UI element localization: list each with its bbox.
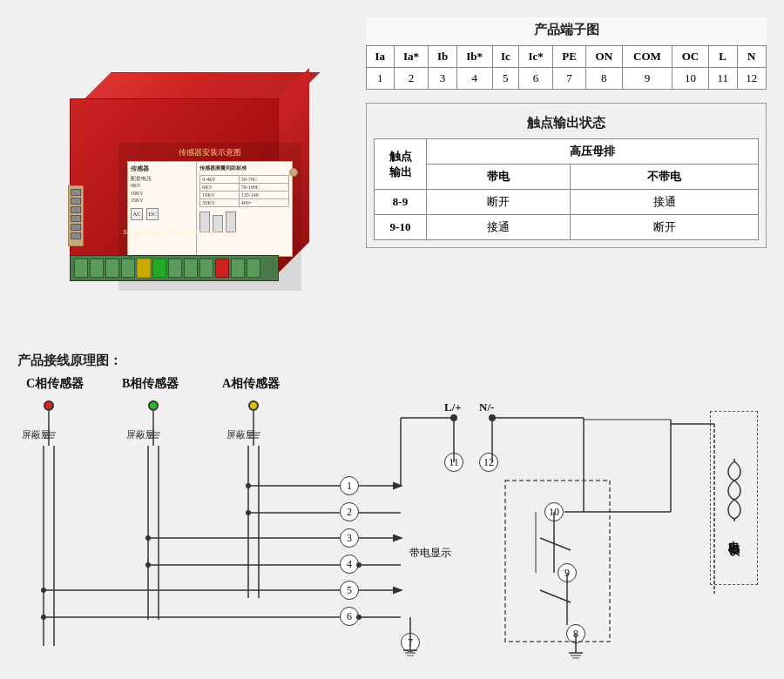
connector-pin bbox=[71, 224, 81, 231]
td-11: 11 bbox=[708, 68, 737, 90]
terminal-diagram-title: 产品端子图 bbox=[366, 17, 767, 45]
contact-output-section: 触点输出状态 触点输出 高压母排 带电 不带电 8-9 断开 bbox=[366, 103, 767, 248]
terminal-strip bbox=[70, 255, 279, 281]
terminal-block bbox=[121, 259, 135, 278]
th-n: N bbox=[737, 46, 766, 68]
terminal-block bbox=[247, 259, 260, 278]
brand-text: Shanghai Juren Power Technology Co.,Ltd bbox=[123, 229, 239, 235]
contact-title: 触点输出状态 bbox=[374, 111, 759, 138]
svg-point-28 bbox=[145, 535, 151, 541]
svg-line-67 bbox=[540, 538, 571, 550]
th-pe: PE bbox=[553, 46, 586, 68]
state-9-10-not-energized: 断开 bbox=[571, 215, 759, 240]
svg-point-29 bbox=[145, 562, 151, 568]
td-6: 6 bbox=[519, 68, 553, 90]
td-4: 4 bbox=[456, 68, 492, 90]
connector-pin bbox=[71, 206, 81, 213]
contact-table: 触点输出 高压母排 带电 不带电 8-9 断开 接通 9-10 bbox=[374, 138, 759, 240]
terminal-block bbox=[231, 259, 245, 278]
th-high-voltage-bus: 高压母排 bbox=[427, 139, 759, 165]
th-oc: OC bbox=[672, 46, 709, 68]
th-l: L bbox=[708, 46, 737, 68]
device-image: 传感器安装示意图 传感器 配套电压 6KV 10KV 35KV AC bbox=[17, 13, 348, 340]
panel-diagram: 传感器 配套电压 6KV 10KV 35KV AC DC bbox=[127, 161, 293, 257]
svg-point-26 bbox=[246, 483, 251, 488]
td-5: 5 bbox=[492, 68, 519, 90]
td-2: 2 bbox=[394, 68, 429, 90]
terminal-block bbox=[74, 259, 88, 278]
connector-pin bbox=[71, 232, 81, 239]
connector-pin bbox=[71, 215, 81, 222]
box-front-face: 传感器安装示意图 传感器 配套电压 6KV 10KV 35KV AC bbox=[70, 98, 279, 272]
th-ic-star: Ic* bbox=[519, 46, 553, 68]
svg-point-31 bbox=[41, 615, 46, 620]
panel-left: 传感器 配套电压 6KV 10KV 35KV AC DC bbox=[128, 162, 197, 256]
connector-pin bbox=[71, 189, 81, 196]
state-8-9-not-energized: 接通 bbox=[571, 190, 759, 215]
terminal-block bbox=[105, 259, 119, 278]
device-3d-box: 传感器安装示意图 传感器 配套电压 6KV 10KV 35KV AC bbox=[35, 64, 331, 290]
th-ib-star: Ib* bbox=[456, 46, 492, 68]
td-1: 1 bbox=[367, 68, 395, 90]
terminal-block bbox=[199, 259, 213, 278]
th-energized: 带电 bbox=[427, 165, 571, 190]
td-10: 10 bbox=[672, 68, 709, 90]
th-on: ON bbox=[586, 46, 623, 68]
contact-num-9-10: 9-10 bbox=[375, 215, 427, 240]
td-8: 8 bbox=[586, 68, 623, 90]
panel-sensor-title: 传感器安装示意图 bbox=[179, 147, 241, 158]
th-not-energized: 不带电 bbox=[571, 165, 759, 190]
terminal-block bbox=[90, 259, 104, 278]
terminal-block-red bbox=[215, 259, 229, 278]
contact-row-9-10: 9-10 接通 断开 bbox=[375, 215, 759, 240]
terminal-block-yellow bbox=[137, 259, 151, 278]
connector-pin bbox=[71, 198, 81, 205]
wiring-svg bbox=[17, 376, 767, 663]
terminal-table: Ia Ia* Ib Ib* Ic Ic* PE ON COM OC L N 1 … bbox=[366, 45, 767, 90]
td-9: 9 bbox=[622, 68, 672, 90]
terminal-block-green bbox=[152, 259, 166, 278]
td-7: 7 bbox=[553, 68, 586, 90]
th-com: COM bbox=[622, 46, 672, 68]
wiring-diagram-title: 产品接线原理图： bbox=[17, 353, 767, 369]
th-ia: Ia bbox=[367, 46, 395, 68]
svg-line-68 bbox=[540, 590, 571, 602]
svg-point-27 bbox=[246, 510, 251, 515]
state-9-10-energized: 接通 bbox=[427, 215, 571, 240]
screw bbox=[289, 168, 298, 177]
terminal-block bbox=[168, 259, 182, 278]
svg-rect-48 bbox=[505, 481, 610, 642]
wiring-diagram-section: 产品接线原理图： C相传感器 B相传感器 A相传感器 屏蔽层 屏蔽层 屏蔽层 L… bbox=[0, 348, 784, 679]
th-ib: Ib bbox=[429, 46, 456, 68]
contact-row-8-9: 8-9 断开 接通 bbox=[375, 190, 759, 215]
contact-num-8-9: 8-9 bbox=[375, 190, 427, 215]
th-ic: Ic bbox=[492, 46, 519, 68]
state-8-9-energized: 断开 bbox=[427, 190, 571, 215]
th-ia-star: Ia* bbox=[394, 46, 429, 68]
terminal-header-row: Ia Ia* Ib Ib* Ic Ic* PE ON COM OC L N bbox=[367, 46, 767, 68]
terminal-block bbox=[184, 259, 198, 278]
wiring-diagram: C相传感器 B相传感器 A相传感器 屏蔽层 屏蔽层 屏蔽层 L/+ N/- 带电… bbox=[17, 376, 767, 663]
svg-point-30 bbox=[41, 588, 46, 593]
td-12: 12 bbox=[737, 68, 766, 90]
svg-point-38 bbox=[356, 562, 362, 568]
contact-subheader-row: 带电 不带电 bbox=[375, 165, 759, 190]
right-panel: 产品端子图 Ia Ia* Ib Ib* Ic Ic* PE ON COM OC … bbox=[366, 13, 767, 340]
td-3: 3 bbox=[429, 68, 456, 90]
terminal-value-row: 1 2 3 4 5 6 7 8 9 10 11 12 bbox=[367, 68, 767, 90]
contact-header-row: 触点输出 高压母排 bbox=[375, 139, 759, 165]
terminal-diagram-section: 产品端子图 Ia Ia* Ib Ib* Ic Ic* PE ON COM OC … bbox=[366, 17, 767, 90]
connector-strip bbox=[68, 185, 84, 246]
th-contact-output: 触点输出 bbox=[375, 139, 427, 190]
panel-right: 传感器测量间距标准 0-4kV 30-70C 6KV 70-100C bbox=[197, 162, 292, 256]
svg-point-39 bbox=[356, 615, 362, 620]
